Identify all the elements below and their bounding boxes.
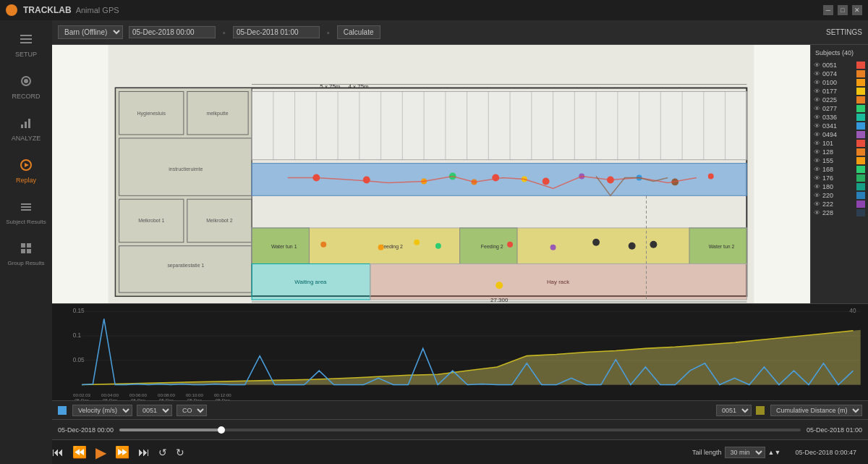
location-select[interactable]: Barn (Offline) — [58, 25, 123, 39]
timeline: 05-Dec-2018 00:00 05-Dec-2018 01:00 — [52, 419, 868, 439]
timeline-thumb[interactable] — [218, 426, 225, 434]
metric1-select[interactable]: Velocity (m/s) — [72, 405, 132, 416]
rewind-button[interactable]: ⏪ — [72, 445, 87, 459]
map-area[interactable]: Hygienesluis melkputte instructieruimte … — [52, 45, 810, 303]
svg-text:0.1: 0.1 — [73, 332, 82, 339]
svg-text:05-Dec: 05-Dec — [103, 397, 117, 400]
svg-text:05-Dec: 05-Dec — [216, 397, 230, 400]
subject-id: 0051 — [822, 62, 855, 69]
subject-eye-icon[interactable]: 👁 — [814, 148, 820, 156]
settings-button[interactable]: SETTINGS — [826, 28, 862, 36]
skip-forward-button[interactable]: ⏭ — [138, 446, 150, 459]
svg-text:00:10:00: 00:10:00 — [186, 392, 203, 397]
start-date-input[interactable] — [129, 26, 216, 38]
subject-eye-icon[interactable]: 👁 — [814, 70, 820, 77]
svg-rect-12 — [21, 209, 31, 211]
velocity-color-swatch — [58, 406, 67, 415]
end-date-input[interactable] — [233, 26, 320, 38]
content-area: Barn (Offline) ▪ ▪ Calculate SETTINGS — [52, 20, 868, 464]
svg-rect-2 — [20, 42, 32, 43]
subject-eye-icon[interactable]: 👁 — [814, 122, 820, 130]
replay-icon — [17, 156, 35, 174]
subject-eye-icon[interactable]: 👁 — [814, 131, 820, 138]
sidebar-item-replay[interactable]: Replay — [0, 149, 52, 191]
svg-rect-67 — [252, 91, 746, 159]
subject-id: 228 — [822, 209, 855, 216]
svg-text:instructieruimte: instructieruimte — [169, 166, 203, 172]
timeline-track[interactable] — [119, 429, 801, 431]
tail-length-select[interactable]: 30 min 15 min 60 min — [725, 447, 765, 458]
skip-back-button[interactable]: ⏮ — [52, 446, 64, 459]
window-controls: ─ □ ✕ — [823, 5, 862, 15]
chart-controls: Velocity (m/s) 0051 CO 0051 Cumulative D… — [52, 400, 868, 419]
svg-point-58 — [507, 242, 513, 248]
svg-text:00:12:00: 00:12:00 — [214, 392, 231, 397]
subject-eye-icon[interactable]: 👁 — [814, 183, 820, 190]
minimize-button[interactable]: ─ — [823, 5, 833, 15]
svg-rect-15 — [21, 249, 25, 253]
metric1-track-select[interactable]: CO — [176, 405, 207, 416]
sidebar-item-analyze[interactable]: ANALYZE — [0, 107, 52, 149]
refresh-button[interactable]: ↻ — [176, 447, 184, 458]
svg-text:27.300: 27.300 — [490, 297, 509, 303]
metric1-subject-select[interactable]: 0051 — [137, 405, 172, 416]
subject-color-swatch — [856, 131, 865, 138]
svg-point-40 — [542, 177, 550, 185]
sidebar-item-subject-results[interactable]: Subject Results — [0, 191, 52, 232]
sidebar-label-record: RECORD — [12, 93, 40, 100]
subject-id: 155 — [822, 157, 855, 164]
subject-eye-icon[interactable]: 👁 — [814, 88, 820, 95]
subject-list-item: 👁 0177 — [812, 87, 867, 96]
calculate-button[interactable]: Calculate — [337, 25, 380, 39]
subject-eye-icon[interactable]: 👁 — [814, 62, 820, 69]
svg-text:0.05: 0.05 — [73, 357, 85, 363]
play-button[interactable]: ▶ — [95, 444, 106, 461]
subjects-list: 👁 0051 👁 0074 👁 0100 👁 0177 👁 0225 👁 027… — [812, 61, 867, 217]
sidebar-item-setup[interactable]: SETUP — [0, 23, 52, 65]
sidebar-item-group-results[interactable]: Group Results — [0, 232, 52, 274]
timeline-start: 05-Dec-2018 00:00 — [58, 426, 114, 434]
svg-text:00:08:00: 00:08:00 — [158, 392, 175, 397]
svg-rect-7 — [28, 119, 30, 128]
chart-area: 0.15 0.1 0.05 40 — [52, 303, 868, 419]
svg-rect-1 — [20, 38, 32, 40]
metric2-subject-select[interactable]: 0051 — [716, 405, 752, 416]
svg-point-62 — [650, 241, 657, 248]
subject-eye-icon[interactable]: 👁 — [814, 114, 820, 121]
fast-forward-button[interactable]: ⏩ — [115, 445, 129, 459]
subject-eye-icon[interactable]: 👁 — [814, 105, 820, 112]
subject-eye-icon[interactable]: 👁 — [814, 79, 820, 86]
maximize-button[interactable]: □ — [838, 5, 848, 15]
subject-eye-icon[interactable]: 👁 — [814, 96, 820, 104]
metric2-select[interactable]: Cumulative Distance (m) — [770, 405, 862, 416]
subject-color-swatch — [856, 157, 865, 164]
app-logo — [6, 4, 17, 16]
sidebar-label-analyze: ANALYZE — [12, 135, 41, 142]
subject-list-item: 👁 0494 — [812, 130, 867, 139]
subject-eye-icon[interactable]: 👁 — [814, 192, 820, 199]
subjects-panel: Subjects (40) 👁 0051 👁 0074 👁 0100 👁 017… — [810, 45, 868, 303]
subject-eye-icon[interactable]: 👁 — [814, 140, 820, 147]
close-button[interactable]: ✕ — [852, 5, 862, 15]
subject-eye-icon[interactable]: 👁 — [814, 201, 820, 208]
subject-list-item: 👁 168 — [812, 165, 867, 174]
loop-button[interactable]: ↺ — [158, 447, 167, 458]
svg-point-4 — [24, 79, 28, 83]
subject-list-item: 👁 176 — [812, 174, 867, 182]
subject-color-swatch — [856, 209, 865, 216]
subject-list-item: 👁 222 — [812, 200, 867, 208]
subject-eye-icon[interactable]: 👁 — [814, 166, 820, 173]
sidebar: SETUP RECORD ANALYZE Replay Subject Resu… — [0, 20, 52, 464]
setup-icon — [17, 30, 35, 48]
current-time-display: 05-Dec-2018 0:00:47 — [795, 449, 856, 456]
subject-eye-icon[interactable]: 👁 — [814, 209, 820, 216]
subject-eye-icon[interactable]: 👁 — [814, 174, 820, 182]
subject-eye-icon[interactable]: 👁 — [814, 157, 820, 164]
subject-id: 128 — [822, 148, 855, 156]
subjects-header: Subjects (40) — [812, 48, 867, 58]
svg-text:Hay rack: Hay rack — [547, 279, 569, 285]
svg-rect-16 — [27, 249, 31, 253]
tail-length-label: Tail length — [692, 449, 722, 456]
group-results-icon — [17, 240, 35, 257]
sidebar-item-record[interactable]: RECORD — [0, 65, 52, 107]
